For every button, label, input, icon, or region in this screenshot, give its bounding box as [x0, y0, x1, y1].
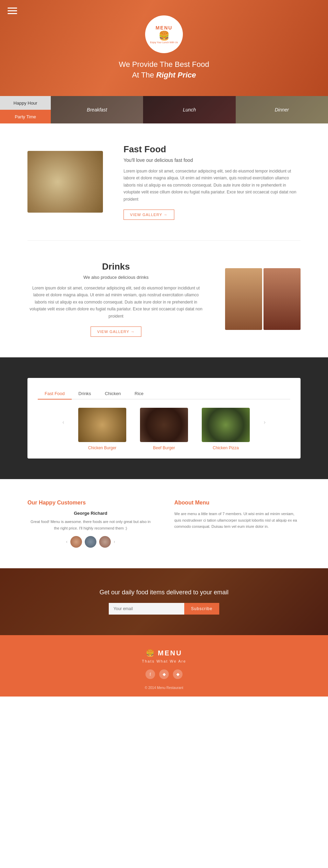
email-content: Get our daily food items delivered to yo…	[27, 589, 301, 615]
category-nav: Happy Hour Party Time Breakfast Lunch Di…	[0, 96, 328, 123]
fast-food-section: Fast Food You'll love our delicious fast…	[0, 123, 328, 240]
avatar-2[interactable]	[85, 536, 96, 548]
menu-items-row: ‹ Chicken Burger Beef Burger Chicken Piz…	[38, 408, 290, 450]
footer-burger-icon: 🍔	[146, 649, 154, 657]
avatar-next-arrow[interactable]: ›	[114, 539, 115, 545]
about-section: Our Happy Customers George Richard Great…	[0, 479, 328, 568]
fast-food-title: Fast Food	[124, 144, 301, 155]
drink-img-right	[263, 268, 301, 330]
tab-breakfast[interactable]: Breakfast	[51, 96, 143, 123]
fast-food-body: Lorem ipsum dolor sit amet, consectetur …	[124, 168, 301, 203]
social-facebook[interactable]: f	[145, 669, 155, 679]
dinner-overlay: Dinner	[236, 96, 328, 123]
breakfast-overlay: Breakfast	[51, 96, 143, 123]
about-column: Aboout Menu We are menu a little team of…	[174, 500, 301, 548]
fast-food-subtitle: You'll love our delicious fast food	[124, 157, 301, 163]
left-tab-group: Happy Hour Party Time	[0, 96, 51, 123]
menu-item-image-2	[140, 408, 188, 442]
logo-text: MENU	[155, 25, 172, 31]
image-tab-group: Breakfast Lunch Dinner	[51, 96, 328, 123]
hero-tagline: We Provide The Best Food At The Right Pr…	[119, 59, 209, 81]
menu-item-image-3	[202, 408, 250, 442]
tab-lunch[interactable]: Lunch	[143, 96, 235, 123]
hamburger-line	[8, 13, 17, 14]
tagline-line2: At The	[132, 71, 154, 79]
menu-item-label-3: Chicken Pizza	[213, 445, 239, 450]
avatar-row: ‹ ›	[27, 536, 154, 548]
burger-icon: 🍔	[159, 31, 169, 41]
lunch-label: Lunch	[183, 107, 196, 112]
next-arrow[interactable]: ›	[260, 418, 269, 426]
hero-section: MENU 🍔 Enjoy Your Lunch With Us We Provi…	[0, 0, 328, 96]
logo-circle: MENU 🍔 Enjoy Your Lunch With Us	[145, 15, 183, 53]
logo-sub: Enjoy Your Lunch With Us	[150, 41, 178, 44]
drinks-text: Drinks We also produce delicious drinks …	[27, 261, 204, 337]
email-headline: Get our daily food items delivered to yo…	[27, 589, 301, 596]
tagline-line1: We Provide The Best Food	[119, 60, 209, 69]
drinks-image	[225, 268, 301, 330]
avatar-prev-arrow[interactable]: ‹	[66, 539, 68, 545]
tab-party-time[interactable]: Party Time	[0, 110, 51, 123]
drink-img-left	[225, 268, 262, 330]
hamburger-menu[interactable]	[8, 8, 17, 14]
hamburger-line	[8, 10, 17, 11]
food-image-inner	[27, 151, 103, 213]
fast-food-gallery-btn[interactable]: VIEW GALLERY →	[124, 210, 174, 220]
drinks-body: Lorem ipsum dolor sit amet, consectetur …	[27, 285, 204, 320]
menu-item-label-2: Beef Burger	[153, 445, 175, 450]
menu-item: Beef Burger	[137, 408, 191, 450]
tagline-highlight: Right Price	[156, 71, 196, 79]
fast-food-text: Fast Food You'll love our delicious fast…	[124, 144, 301, 220]
menu-item: Chicken Pizza	[198, 408, 253, 450]
footer-logo: 🍔 MENU	[27, 649, 301, 657]
drinks-subtitle: We also produce delicious drinks	[27, 275, 204, 280]
fast-food-image	[27, 151, 103, 213]
menu-item-image-1	[78, 408, 126, 442]
menu-tab-chicken[interactable]: Chicken	[98, 388, 128, 399]
menu-item: Chicken Burger	[75, 408, 130, 450]
hamburger-line	[8, 8, 17, 9]
about-body: We are menu a little team of 7 members. …	[174, 511, 301, 530]
email-input-row: Subscribe	[27, 603, 301, 615]
avatar-1[interactable]	[70, 536, 82, 548]
lunch-overlay: Lunch	[143, 96, 235, 123]
social-twitter[interactable]: ◆	[159, 669, 169, 679]
email-input[interactable]	[109, 603, 184, 615]
customer-name: George Richard	[27, 511, 154, 516]
menu-tab-rice[interactable]: Rice	[128, 388, 150, 399]
email-section: Get our daily food items delivered to yo…	[0, 568, 328, 635]
drinks-gallery-btn[interactable]: VIEW GALLERY →	[91, 326, 141, 337]
drinks-title: Drinks	[27, 261, 204, 272]
social-rss[interactable]: ◆	[173, 669, 183, 679]
menu-tab-row: Fast Food Drinks Chicken Rice	[38, 388, 290, 400]
about-title: Aboout Menu	[174, 500, 301, 506]
testimonials-title: Our Happy Customers	[27, 500, 154, 506]
dinner-label: Dinner	[275, 107, 289, 112]
menu-tabs-section: Fast Food Drinks Chicken Rice ‹ Chicken …	[0, 357, 328, 479]
footer-copyright: © 2014 Menu Restaurant	[27, 686, 301, 690]
testimonials-column: Our Happy Customers George Richard Great…	[27, 500, 154, 548]
footer-social-row: f ◆ ◆	[27, 669, 301, 679]
footer-logo-text: MENU	[158, 649, 182, 657]
drinks-section: Drinks We also produce delicious drinks …	[0, 241, 328, 357]
menu-tab-drinks[interactable]: Drinks	[72, 388, 98, 399]
tab-dinner[interactable]: Dinner	[236, 96, 328, 123]
menu-card: Fast Food Drinks Chicken Rice ‹ Chicken …	[27, 378, 301, 459]
avatar-3[interactable]	[99, 536, 111, 548]
prev-arrow[interactable]: ‹	[59, 418, 68, 426]
subscribe-button[interactable]: Subscribe	[184, 603, 219, 615]
testimonial-quote: Great food! Menu is awesome. there foods…	[27, 519, 154, 531]
footer-tagline: Thats What We Are	[27, 659, 301, 663]
menu-tab-fast-food[interactable]: Fast Food	[38, 388, 72, 400]
footer: 🍔 MENU Thats What We Are f ◆ ◆ © 2014 Me…	[0, 635, 328, 697]
breakfast-label: Breakfast	[87, 107, 107, 112]
tab-happy-hour[interactable]: Happy Hour	[0, 96, 51, 110]
menu-item-label-1: Chicken Burger	[88, 445, 117, 450]
